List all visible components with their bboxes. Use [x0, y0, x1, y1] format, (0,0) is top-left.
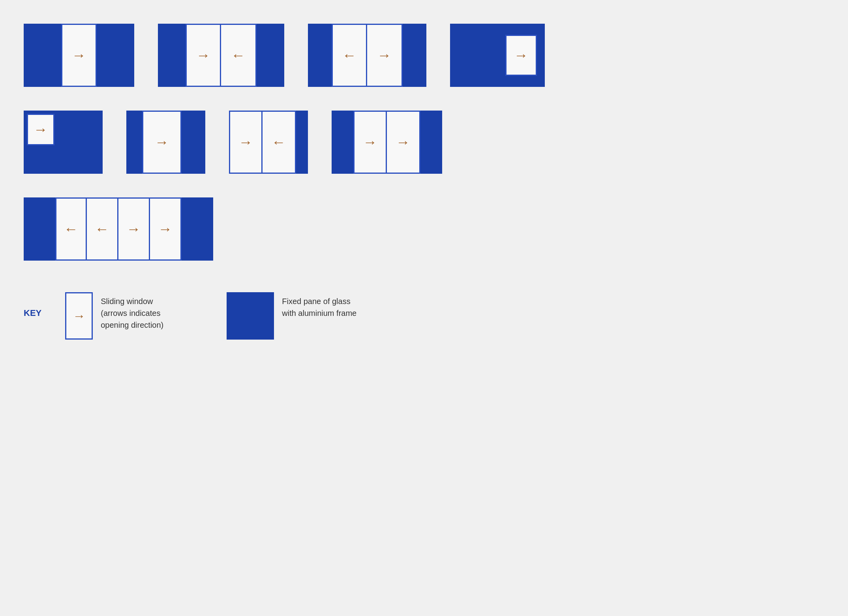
window-diagram-9: ← ← → →: [24, 197, 213, 261]
sliding-pane-7a: →: [229, 111, 263, 174]
key-fixed-pane: Fixed pane of glass with aluminium frame: [227, 292, 356, 340]
sliding-pane-9b: ←: [87, 197, 118, 261]
arrow-2a: →: [196, 48, 210, 62]
blue-right-2: [257, 24, 284, 87]
key-fixed-pane-line1: Fixed pane of glass: [282, 295, 356, 307]
key-fixed-pane-text: Fixed pane of glass with aluminium frame: [282, 292, 356, 319]
blue-left-4: [450, 24, 505, 87]
arrow-4: →: [514, 48, 528, 62]
blue-right-8: [420, 111, 442, 174]
sliding-pane-5: →: [27, 114, 54, 145]
blue-left-1: [24, 24, 61, 87]
window-diagram-2: → ←: [158, 24, 284, 87]
sliding-pane-9c: →: [118, 197, 150, 261]
sliding-pane-9d: →: [150, 197, 182, 261]
arrow-9c: →: [127, 222, 141, 236]
blue-left-9: [24, 197, 55, 261]
sliding-pane-6: →: [142, 111, 182, 174]
key-pane-example: →: [65, 292, 93, 340]
sliding-pane-2a: →: [186, 24, 221, 87]
key-section: KEY → Sliding window(arrows indicatesope…: [24, 292, 813, 340]
window-diagram-8: → →: [332, 111, 442, 174]
window-diagram-1: →: [24, 24, 134, 87]
arrow-6: →: [155, 135, 169, 149]
arrow-8b: →: [396, 135, 410, 149]
sliding-pane-1: →: [61, 24, 97, 87]
arrow-3b: →: [377, 48, 392, 62]
sliding-pane-4: →: [505, 35, 537, 76]
row-1: → → ← ← →: [24, 24, 813, 87]
blue-right-6: [182, 111, 189, 174]
arrow-2b: ←: [231, 48, 246, 62]
arrow-8a: →: [363, 135, 377, 149]
arrow-9b: ←: [95, 222, 109, 236]
sliding-pane-3b: →: [367, 24, 403, 87]
row-3: ← ← → →: [24, 197, 813, 261]
blue-right-4: [537, 24, 545, 87]
arrow-1: →: [72, 48, 86, 62]
window-diagram-7: → ←: [229, 111, 308, 174]
blue-right-3: [403, 24, 426, 87]
key-blue-example: [227, 292, 274, 340]
arrow-5: →: [34, 122, 48, 137]
sliding-pane-7b: ←: [263, 111, 296, 174]
sliding-pane-8b: →: [387, 111, 420, 174]
blue-right-7: [296, 111, 308, 174]
window-diagram-6: →: [126, 111, 205, 174]
window-diagram-4: →: [450, 24, 545, 87]
key-arrow-example: →: [73, 310, 85, 322]
sliding-pane-8a: →: [353, 111, 387, 174]
main-container: → → ← ← →: [24, 24, 813, 340]
key-fixed-pane-line2: with aluminium frame: [282, 307, 356, 319]
blue-left-3: [308, 24, 332, 87]
key-label: KEY: [24, 308, 41, 318]
sliding-pane-9a: ←: [55, 197, 87, 261]
sliding-pane-3a: ←: [332, 24, 367, 87]
blue-right-9: [182, 197, 213, 261]
arrow-3a: ←: [342, 48, 356, 62]
window-diagram-5: →: [24, 111, 103, 174]
blue-left-2: [158, 24, 186, 87]
row-2: → → → ← → →: [24, 111, 813, 174]
blue-left-6: [126, 111, 142, 174]
blue-left-8: [332, 111, 353, 174]
arrow-9d: →: [158, 222, 173, 236]
key-sliding-window: → Sliding window(arrows indicatesopening…: [65, 292, 163, 340]
sliding-pane-2b: ←: [221, 24, 257, 87]
key-sliding-window-text: Sliding window(arrows indicatesopening d…: [101, 292, 163, 331]
arrow-7b: ←: [272, 135, 286, 149]
arrow-7a: →: [239, 135, 253, 149]
blue-right-1: [97, 24, 134, 87]
window-diagram-3: ← →: [308, 24, 426, 87]
arrow-9a: ←: [64, 222, 78, 236]
